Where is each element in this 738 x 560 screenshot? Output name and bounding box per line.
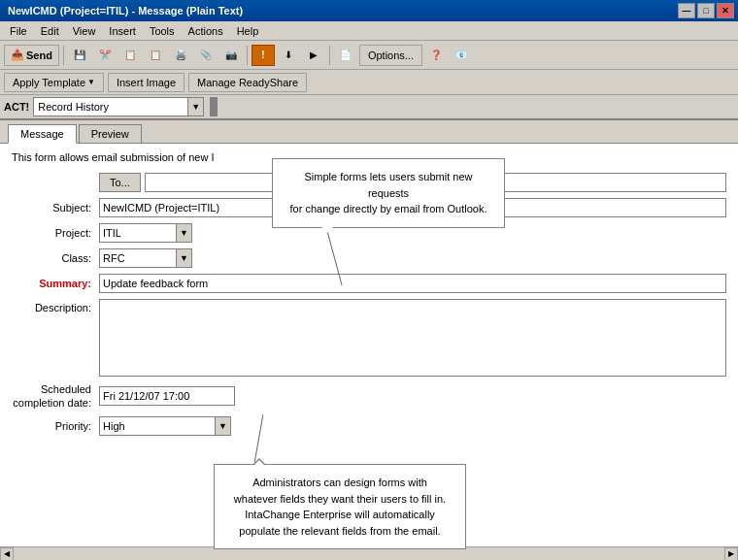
priority-down-button[interactable]: ⬇ <box>277 45 300 66</box>
scroll-right-button[interactable]: ▶ <box>724 547 738 561</box>
act-bar: ACT! Record History ▼ <box>0 95 738 120</box>
attach-icon: 📎 <box>200 49 212 60</box>
scheduled-label: Scheduled completion date: <box>12 382 99 411</box>
toolbar-separator-3 <box>329 46 330 65</box>
menu-help[interactable]: Help <box>231 23 265 39</box>
toolbar-separator-1 <box>63 46 64 65</box>
subject-label: Subject: <box>12 202 99 214</box>
scheduled-row: Scheduled completion date: <box>12 382 726 411</box>
act-dropdown-value[interactable]: Record History <box>33 97 188 116</box>
priority-label: Priority: <box>12 420 99 432</box>
menu-edit[interactable]: Edit <box>35 23 65 39</box>
tooltip-1-text: Simple forms lets users submit new reque… <box>290 171 487 214</box>
project-dropdown-arrow-icon[interactable]: ▼ <box>177 223 192 243</box>
menu-bar: File Edit View Insert Tools Actions Help <box>0 21 738 41</box>
paste-button[interactable]: 📋 <box>144 45 167 66</box>
description-input[interactable] <box>99 299 726 377</box>
options-button[interactable]: Options... <box>359 45 422 66</box>
act-prefix: ACT! <box>4 101 29 113</box>
menu-tools[interactable]: Tools <box>144 23 181 39</box>
tab-preview[interactable]: Preview <box>79 124 142 143</box>
doc-button[interactable]: 📄 <box>334 45 357 66</box>
menu-file[interactable]: File <box>4 23 33 39</box>
scheduled-input[interactable] <box>99 386 235 406</box>
send-button[interactable]: 📤 Send <box>4 45 59 66</box>
attach-button[interactable]: 📎 <box>194 45 218 66</box>
insert-image-button[interactable]: Insert Image <box>108 73 184 92</box>
apply-template-arrow-icon: ▼ <box>87 78 95 86</box>
apply-template-label: Apply Template <box>13 77 85 88</box>
print-icon: 🖨️ <box>175 49 186 60</box>
title-bar: NewICMD (Project=ITIL) - Message (Plain … <box>0 0 738 21</box>
main-toolbar: 📤 Send 💾 ✂️ 📋 📋 🖨️ 📎 📷 ! ⬇ ▶ 📄 Options..… <box>0 41 738 70</box>
mail-button[interactable]: 📧 <box>450 45 473 66</box>
class-select-wrap: ▼ <box>99 248 192 268</box>
priority-select-wrap: ▼ <box>99 416 231 436</box>
summary-input[interactable] <box>99 274 726 293</box>
cut-button[interactable]: ✂️ <box>93 45 117 66</box>
apply-template-button[interactable]: Apply Template ▼ <box>4 73 104 92</box>
print-button[interactable]: 🖨️ <box>169 45 192 66</box>
copy-icon: 📋 <box>124 49 136 60</box>
menu-actions[interactable]: Actions <box>183 23 229 39</box>
cut-icon: ✂️ <box>99 49 111 60</box>
maximize-button[interactable]: □ <box>697 3 715 18</box>
photo-icon: 📷 <box>225 49 237 60</box>
summary-row: Summary: <box>12 274 726 293</box>
priority-dropdown-arrow-icon[interactable]: ▼ <box>216 416 231 436</box>
project-select[interactable] <box>99 223 177 243</box>
photo-button[interactable]: 📷 <box>219 45 243 66</box>
tab-message[interactable]: Message <box>8 124 77 144</box>
mail-icon: 📧 <box>455 49 467 60</box>
class-label: Class: <box>12 252 99 264</box>
priority-select[interactable] <box>99 416 216 436</box>
act-dropdown-arrow-icon[interactable]: ▼ <box>188 97 204 116</box>
arrow-button[interactable]: ▶ <box>302 45 325 66</box>
help-icon: ❓ <box>430 49 442 60</box>
project-select-wrap: ▼ <box>99 223 192 243</box>
tooltip-2-text: Administrators can design forms withwhat… <box>234 477 446 537</box>
description-row: Description: <box>12 299 726 377</box>
menu-view[interactable]: View <box>67 23 102 39</box>
class-select[interactable] <box>99 248 177 268</box>
menu-insert[interactable]: Insert <box>103 23 142 39</box>
class-dropdown-arrow-icon[interactable]: ▼ <box>177 248 192 268</box>
doc-icon: 📄 <box>340 49 352 60</box>
flag-button[interactable]: ! <box>252 45 275 66</box>
tabs-bar: Message Preview <box>0 120 738 144</box>
act-bar-indicator <box>210 97 218 116</box>
send-icon: 📤 <box>11 49 24 61</box>
save-icon: 💾 <box>74 49 85 60</box>
help-button[interactable]: ❓ <box>424 45 448 66</box>
to-button[interactable]: To... <box>99 173 141 192</box>
tooltip-1: Simple forms lets users submit new reque… <box>272 158 505 228</box>
scroll-left-button[interactable]: ◀ <box>0 547 14 561</box>
class-row: Class: ▼ <box>12 248 726 268</box>
toolbar-separator-2 <box>247 46 248 65</box>
summary-label: Summary: <box>12 278 99 289</box>
save-button[interactable]: 💾 <box>68 45 91 66</box>
priority-row: Priority: ▼ <box>12 416 726 436</box>
secondary-toolbar: Apply Template ▼ Insert Image Manage Rea… <box>0 70 738 95</box>
tooltip-2: Administrators can design forms withwhat… <box>214 464 466 549</box>
manage-readyshare-button[interactable]: Manage ReadyShare <box>188 73 307 92</box>
copy-button[interactable]: 📋 <box>118 45 142 66</box>
window-title: NewICMD (Project=ITIL) - Message (Plain … <box>4 5 678 16</box>
close-button[interactable]: ✕ <box>717 3 734 18</box>
description-label: Description: <box>12 302 99 313</box>
paste-icon: 📋 <box>150 49 161 60</box>
main-content: This form allows email submission of new… <box>0 144 738 556</box>
project-label: Project: <box>12 227 99 239</box>
minimize-button[interactable]: — <box>678 3 695 18</box>
send-label: Send <box>26 49 52 61</box>
intro-text: This form allows email submission of new… <box>12 151 214 163</box>
